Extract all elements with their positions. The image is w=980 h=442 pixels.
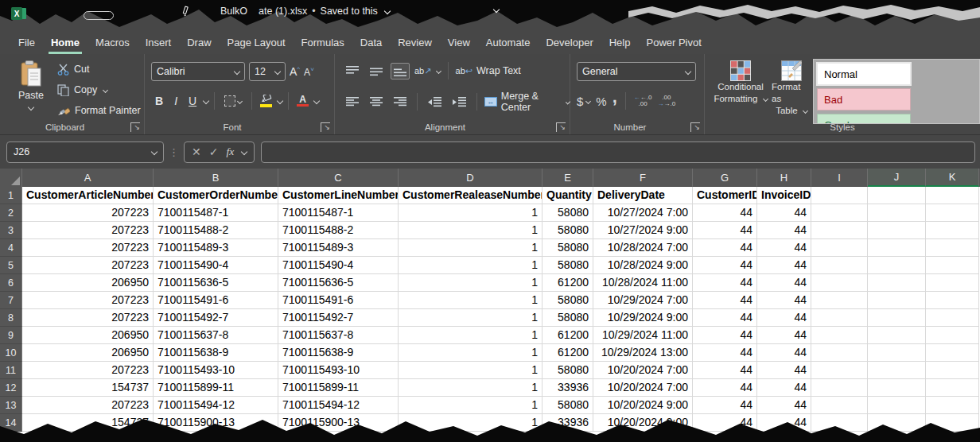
cell-B1[interactable]: CustomerOrderNumber — [154, 187, 278, 204]
cell-E12[interactable]: 33936 — [542, 379, 593, 397]
cell-B13[interactable]: 7100115494-12 — [154, 397, 278, 414]
cell-H6[interactable]: 44 — [757, 274, 811, 292]
comma-style-button[interactable]: , — [612, 97, 617, 105]
tab-page-layout[interactable]: Page Layout — [225, 37, 288, 54]
cell-I1[interactable] — [811, 187, 868, 204]
cell-J2[interactable] — [868, 204, 926, 222]
cell-J3[interactable] — [868, 222, 926, 239]
cell-H13[interactable]: 44 — [757, 397, 811, 414]
cell-I7[interactable] — [811, 292, 868, 309]
cell-I5[interactable] — [811, 257, 868, 274]
cell-C11[interactable]: 7100115493-10 — [278, 362, 399, 379]
cell-style-bad[interactable]: Bad — [817, 88, 911, 111]
cell-K11[interactable] — [926, 362, 979, 379]
tab-help[interactable]: Help — [607, 37, 633, 54]
cell-B6[interactable]: 7100115636-5 — [154, 274, 278, 292]
cell-K8[interactable] — [926, 309, 979, 327]
cell-C9[interactable]: 7100115637-8 — [278, 327, 399, 344]
increase-decimal-button[interactable]: ←←.0 .00 — [634, 95, 652, 107]
cell-D2[interactable]: 1 — [399, 204, 542, 222]
cell-D9[interactable]: 1 — [399, 327, 542, 344]
wrap-text-button[interactable]: ab↩ Wrap Text — [456, 65, 521, 76]
formula-bar-drag-handle[interactable]: ⋮ — [169, 146, 179, 158]
cell-J1[interactable] — [868, 187, 926, 204]
grow-font-button[interactable]: A^ — [290, 65, 300, 78]
cell-D1[interactable]: CustomerRealeaseNumber — [399, 187, 542, 204]
fill-color-button[interactable] — [258, 94, 274, 108]
align-center-button[interactable] — [367, 94, 386, 111]
cell-A1[interactable]: CustomerArticleNumber — [22, 187, 154, 204]
row-header-2[interactable]: 2 — [0, 204, 22, 222]
cell-H12[interactable]: 44 — [757, 379, 811, 397]
cell-C3[interactable]: 7100115488-2 — [278, 222, 399, 239]
cell-H11[interactable]: 44 — [757, 362, 811, 379]
cell-H4[interactable]: 44 — [757, 239, 811, 257]
cell-K7[interactable] — [926, 292, 979, 309]
row-header-3[interactable]: 3 — [0, 222, 22, 239]
cell-A8[interactable]: 207223 — [22, 309, 154, 327]
cell-F14[interactable]: 10/20/2024 9:00 — [593, 414, 693, 432]
tab-review[interactable]: Review — [395, 37, 434, 54]
cell-G6[interactable]: 44 — [693, 274, 757, 292]
cell-D13[interactable]: 1 — [399, 397, 542, 414]
cell-H1[interactable]: InvoiceID — [757, 187, 811, 204]
fill-color-chevron[interactable] — [277, 98, 283, 104]
cell-G9[interactable]: 44 — [693, 327, 757, 344]
cell-A5[interactable]: 207223 — [22, 257, 154, 274]
cell-C6[interactable]: 7100115636-5 — [278, 274, 399, 292]
cell-B10[interactable]: 7100115638-9 — [154, 344, 278, 362]
cell-J9[interactable] — [868, 327, 926, 344]
cell-I12[interactable] — [811, 379, 868, 397]
cell-D11[interactable]: 1 — [399, 362, 542, 379]
chevron-down-icon[interactable] — [493, 6, 500, 13]
cell-C4[interactable]: 7100115489-3 — [278, 239, 399, 257]
cell-G8[interactable]: 44 — [693, 309, 757, 327]
select-all-button[interactable] — [0, 169, 22, 187]
row-header-14[interactable]: 14 — [0, 414, 22, 432]
cell-C10[interactable]: 7100115638-9 — [278, 344, 399, 362]
cell-I10[interactable] — [811, 344, 868, 362]
column-header-D[interactable]: D — [399, 169, 542, 187]
cell-G2[interactable]: 44 — [693, 204, 757, 222]
tab-power-pivot[interactable]: Power Pivot — [644, 37, 703, 54]
insert-function-button[interactable]: fx — [226, 145, 234, 158]
italic-button[interactable]: I — [170, 93, 181, 109]
cell-K3[interactable] — [926, 222, 979, 239]
number-dialog-launcher[interactable]: ↘ — [690, 122, 700, 132]
row-header-13[interactable]: 13 — [0, 397, 22, 414]
tab-file[interactable]: File — [16, 37, 37, 54]
cell-H2[interactable]: 44 — [757, 204, 811, 222]
cell-F11[interactable]: 10/20/2024 7:00 — [593, 362, 693, 379]
chevron-down-icon[interactable] — [384, 8, 391, 14]
align-left-button[interactable] — [343, 94, 362, 111]
formula-input[interactable] — [261, 142, 975, 163]
tab-insert[interactable]: Insert — [143, 37, 174, 54]
align-bottom-button[interactable] — [391, 63, 410, 79]
cell-A2[interactable]: 207223 — [22, 204, 154, 222]
cell-E9[interactable]: 61200 — [542, 327, 593, 344]
cell-H14[interactable]: 44 — [757, 414, 811, 432]
borders-button[interactable] — [220, 94, 246, 108]
cell-F7[interactable]: 10/29/2024 7:00 — [593, 292, 693, 309]
cell-E14[interactable]: 33936 — [542, 414, 593, 432]
cell-E13[interactable]: 58080 — [542, 397, 593, 414]
cell-G10[interactable]: 44 — [693, 344, 757, 362]
cell-F12[interactable]: 10/20/2024 7:00 — [593, 379, 693, 397]
cell-G5[interactable]: 44 — [693, 257, 757, 274]
row-header-9[interactable]: 9 — [0, 327, 22, 344]
cell-E11[interactable]: 58080 — [542, 362, 593, 379]
cell-D12[interactable]: 1 — [399, 379, 542, 397]
row-header-8[interactable]: 8 — [0, 309, 22, 327]
cell-D5[interactable]: 1 — [399, 257, 542, 274]
cell-E4[interactable]: 58080 — [542, 239, 593, 257]
cancel-formula-button[interactable]: ✕ — [192, 145, 201, 158]
cut-button[interactable]: Cut — [57, 60, 89, 78]
cell-J11[interactable] — [868, 362, 926, 379]
cell-D10[interactable]: 1 — [399, 344, 542, 362]
cell-C5[interactable]: 7100115490-4 — [278, 257, 399, 274]
cell-C7[interactable]: 7100115491-6 — [278, 292, 399, 309]
cell-I9[interactable] — [811, 327, 868, 344]
cell-E7[interactable]: 58080 — [542, 292, 593, 309]
percent-button[interactable]: % — [596, 95, 606, 108]
font-size-select[interactable]: 12 — [249, 62, 286, 81]
